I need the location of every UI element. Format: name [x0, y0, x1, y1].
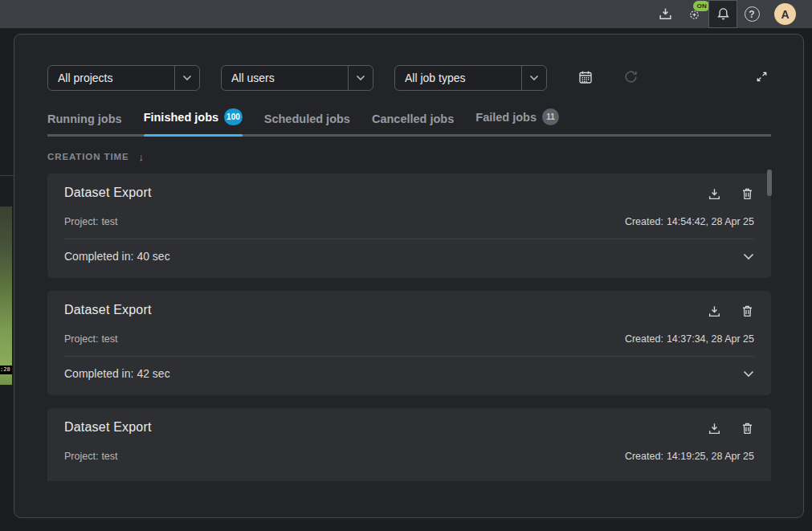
jobs-tabs: Running jobs Finished jobs 100 Scheduled…	[47, 108, 771, 137]
assistant-on-badge: ON	[693, 1, 710, 11]
tab-count-badge: 100	[224, 108, 243, 125]
background-divider	[0, 175, 14, 176]
help-icon: ?	[745, 6, 760, 22]
job-project: Project:test	[64, 216, 118, 227]
chevron-down-icon	[521, 66, 546, 90]
chevron-down-icon	[174, 66, 199, 90]
download-icon	[708, 308, 721, 321]
tab-scheduled-jobs[interactable]: Scheduled jobs	[264, 112, 350, 134]
trash-icon	[741, 191, 754, 203]
job-card: Dataset Export	[47, 174, 771, 278]
chevron-down-icon	[348, 66, 373, 90]
job-project: Project:test	[64, 451, 118, 462]
export-button[interactable]	[651, 0, 679, 28]
tab-label: Running jobs	[47, 112, 122, 125]
job-card: Dataset Export	[47, 291, 771, 395]
sort-label: CREATION TIME	[47, 152, 129, 161]
jobs-list: Dataset Export	[47, 174, 771, 481]
download-button[interactable]	[708, 187, 721, 201]
tab-label: Failed jobs	[475, 111, 537, 124]
job-created: Created:14:54:42, 28 Apr 25	[625, 216, 754, 227]
tab-running-jobs[interactable]: Running jobs	[47, 112, 122, 134]
topbar-actions: ON ? A	[651, 0, 796, 28]
photo-label: :28	[0, 366, 12, 374]
tab-count-badge: 11	[542, 108, 559, 125]
scrollbar-thumb[interactable]	[767, 170, 772, 196]
job-title: Dataset Export	[64, 303, 152, 317]
job-types-filter-value: All job types	[395, 66, 521, 90]
chevron-down-icon	[743, 370, 754, 378]
expand-icon	[756, 71, 768, 85]
background-photo-thumbnail: :28	[0, 206, 12, 385]
filters-row: All projects All users All job types	[47, 65, 771, 91]
tab-label: Scheduled jobs	[264, 112, 350, 125]
download-button[interactable]	[708, 422, 721, 435]
assistant-toggle-button[interactable]: ON	[679, 0, 708, 28]
chevron-down-icon	[743, 253, 754, 260]
refresh-button[interactable]	[621, 68, 640, 88]
export-tray-icon	[659, 7, 672, 21]
job-project: Project:test	[64, 333, 118, 345]
date-filter-button[interactable]	[576, 68, 595, 88]
tab-finished-jobs[interactable]: Finished jobs 100	[144, 108, 243, 134]
job-duration: Completed in:42 sec	[64, 367, 170, 380]
tab-cancelled-jobs[interactable]: Cancelled jobs	[372, 112, 454, 134]
job-expand-row[interactable]: Completed in:42 sec	[64, 356, 754, 390]
sort-header[interactable]: CREATION TIME ↓	[47, 150, 771, 163]
jobs-panel: All projects All users All job types	[14, 34, 804, 518]
users-filter-value: All users	[222, 66, 348, 90]
delete-button[interactable]	[741, 422, 754, 435]
sort-descending-icon: ↓	[139, 151, 145, 163]
delete-button[interactable]	[741, 187, 754, 201]
trash-icon	[741, 308, 754, 321]
trash-icon	[741, 426, 754, 438]
users-filter-dropdown[interactable]: All users	[221, 65, 373, 91]
projects-filter-dropdown[interactable]: All projects	[47, 65, 200, 91]
download-icon	[708, 426, 721, 438]
job-types-filter-dropdown[interactable]: All job types	[394, 65, 547, 91]
job-created: Created:14:37:34, 28 Apr 25	[625, 333, 754, 345]
job-created: Created:14:19:25, 28 Apr 25	[625, 451, 754, 462]
expand-button[interactable]	[752, 68, 771, 88]
bell-icon	[716, 7, 730, 21]
notifications-button[interactable]	[708, 0, 737, 28]
tab-label: Cancelled jobs	[372, 112, 454, 125]
delete-button[interactable]	[741, 304, 754, 318]
tab-failed-jobs[interactable]: Failed jobs 11	[475, 108, 559, 134]
projects-filter-value: All projects	[48, 66, 174, 90]
job-title: Dataset Export	[64, 186, 152, 200]
tab-label: Finished jobs	[144, 111, 218, 124]
download-icon	[708, 191, 721, 203]
help-button[interactable]: ?	[737, 0, 766, 28]
download-button[interactable]	[708, 304, 721, 318]
top-bar: ON ? A	[0, 0, 812, 28]
job-expand-row[interactable]: Completed in:40 sec	[64, 239, 754, 273]
job-duration: Completed in:40 sec	[64, 250, 170, 263]
refresh-icon	[623, 69, 639, 87]
calendar-icon	[578, 70, 593, 87]
job-card: Dataset Export	[47, 408, 771, 481]
avatar[interactable]: A	[774, 3, 796, 25]
job-title: Dataset Export	[64, 420, 152, 435]
